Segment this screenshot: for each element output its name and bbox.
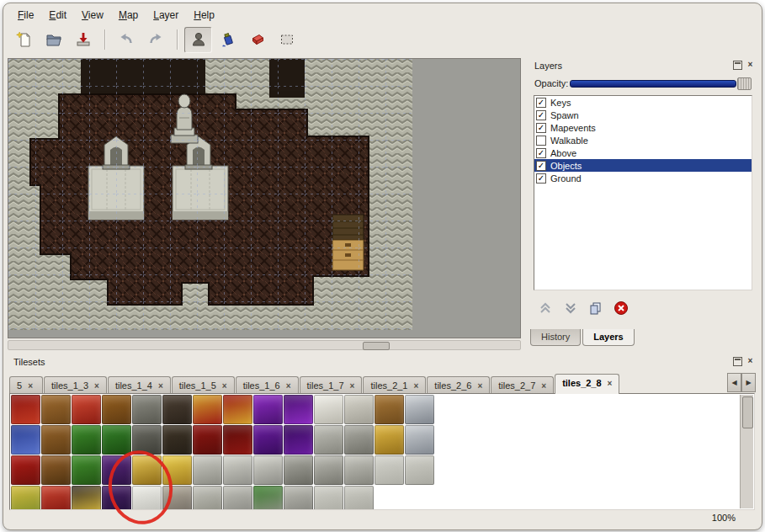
tile-floor-tile[interactable]	[314, 486, 343, 510]
layer-row-ground[interactable]: ✓Ground	[534, 172, 752, 184]
tile-banner-gold[interactable]	[11, 486, 40, 510]
tile-banner-crest[interactable]	[11, 455, 40, 485]
tile-floor-tile[interactable]	[375, 455, 404, 485]
menu-edit[interactable]: Edit	[41, 8, 74, 23]
tile-cabinet-dark[interactable]	[162, 395, 192, 424]
tile-statue-base[interactable]	[223, 486, 252, 510]
layer-row-spawn[interactable]: ✓Spawn	[534, 109, 752, 121]
tile-throne-red-base[interactable]	[193, 425, 222, 455]
tile-door-purple[interactable]	[102, 455, 131, 485]
tab-close-icon[interactable]: ×	[222, 381, 227, 391]
duplicate-layer-button[interactable]	[587, 300, 604, 317]
tileset-tab-tiles_2_7[interactable]: tiles_2_7×	[491, 376, 554, 394]
tile-statue-angel[interactable]	[223, 455, 252, 485]
tile-bench-wood[interactable]	[375, 395, 404, 424]
opacity-slider[interactable]	[570, 77, 752, 89]
tile-barrel-books[interactable]	[41, 455, 71, 485]
tileset-tab-tiles_1_5[interactable]: tiles_1_5×	[172, 376, 235, 394]
tile-gold-pile[interactable]	[162, 455, 192, 485]
tile-frame-small[interactable]	[344, 395, 374, 424]
tile-plant-pot[interactable]	[72, 455, 101, 485]
tile-pot-red[interactable]	[72, 395, 101, 424]
tile-shelf-wood[interactable]	[102, 395, 131, 424]
tab-close-icon[interactable]: ×	[541, 381, 546, 391]
tile-plant[interactable]	[72, 425, 101, 455]
tileset-tab-tiles_2_1[interactable]: tiles_2_1×	[363, 376, 426, 394]
tileset-content[interactable]	[9, 393, 755, 510]
move-layer-down-button[interactable]	[562, 300, 579, 317]
fill-tool-button[interactable]	[214, 27, 242, 53]
tileset-vertical-scrollbar[interactable]	[740, 395, 753, 508]
tileset-tab-tiles_1_7[interactable]: tiles_1_7×	[300, 376, 363, 394]
tab-close-icon[interactable]: ×	[477, 381, 482, 391]
tile-door-stone[interactable]	[132, 395, 162, 424]
layer-row-above[interactable]: ✓Above	[534, 146, 752, 159]
map-viewport[interactable]	[8, 58, 521, 338]
tile-tombstone[interactable]	[314, 455, 343, 485]
select-tool-button[interactable]	[273, 27, 300, 53]
move-layer-up-button[interactable]	[537, 300, 554, 317]
tileset-tab-tiles_1_6[interactable]: tiles_1_6×	[236, 376, 299, 394]
tileset-tab-tiles_2_8[interactable]: tiles_2_8×	[555, 374, 619, 394]
tab-close-icon[interactable]: ×	[608, 379, 613, 388]
tile-rock-pile[interactable]	[162, 486, 192, 510]
map-horizontal-scrollbar[interactable]	[8, 340, 521, 350]
tileset-tab-tiles_2_6[interactable]: tiles_2_6×	[427, 376, 490, 394]
tile-scepter-gold[interactable]	[72, 486, 101, 510]
layer-row-objects[interactable]: ✓Objects	[534, 159, 752, 172]
layer-visibility-checkbox[interactable]: ✓	[536, 123, 546, 133]
tile-banner-blue[interactable]	[11, 425, 40, 455]
tab-close-icon[interactable]: ×	[414, 381, 419, 391]
layer-row-walkable[interactable]: Walkable	[534, 134, 752, 146]
float-panel-icon[interactable]	[733, 357, 742, 366]
tile-gold-chain[interactable]	[132, 455, 162, 485]
tile-pillar-base[interactable]	[284, 486, 313, 510]
tile-urn-plant[interactable]	[253, 486, 283, 510]
layer-visibility-checkbox[interactable]: ✓	[536, 173, 546, 184]
tile-pillar-top[interactable]	[344, 455, 374, 485]
tileset-tab-tiles_1_3[interactable]: tiles_1_3×	[44, 376, 107, 394]
scrollbar-thumb[interactable]	[363, 342, 390, 350]
tile-throne-purple-base[interactable]	[284, 425, 313, 455]
tile-throne-red-top[interactable]	[193, 395, 222, 424]
tab-history[interactable]: History	[530, 329, 581, 346]
tile-statue-praying[interactable]	[193, 455, 222, 485]
close-panel-icon[interactable]: ×	[746, 61, 755, 70]
tileset-tab-5[interactable]: 5×	[9, 376, 43, 394]
tile-armor-silver[interactable]	[405, 425, 434, 455]
layer-row-keys[interactable]: ✓Keys	[534, 96, 752, 109]
save-button[interactable]	[69, 27, 97, 53]
layer-visibility-checkbox[interactable]: ✓	[536, 98, 546, 108]
tile-door-purple-base[interactable]	[102, 486, 131, 510]
tile-statue-angel[interactable]	[253, 455, 283, 485]
opacity-slider-handle[interactable]	[737, 77, 752, 90]
tile-gargoyle[interactable]	[284, 455, 313, 485]
open-button[interactable]	[40, 27, 67, 53]
scrollbar-thumb[interactable]	[742, 396, 753, 428]
tile-floor-tile[interactable]	[344, 486, 374, 510]
tab-close-icon[interactable]: ×	[158, 381, 163, 391]
tile-armor-silver[interactable]	[405, 395, 434, 424]
tab-close-icon[interactable]: ×	[94, 381, 99, 391]
tile-throne-red-top[interactable]	[223, 395, 252, 424]
tile-pot-red[interactable]	[41, 486, 71, 510]
tile-chest-gray[interactable]	[344, 425, 374, 455]
redo-button[interactable]	[141, 27, 169, 53]
tile-armor-gold[interactable]	[375, 425, 404, 455]
tab-close-icon[interactable]: ×	[286, 381, 291, 391]
tile-throne-red-base[interactable]	[223, 425, 252, 455]
tile-door-stone-dark[interactable]	[132, 425, 162, 455]
map-canvas[interactable]	[8, 59, 412, 330]
tab-close-icon[interactable]: ×	[350, 381, 355, 391]
tile-urn-gray[interactable]	[314, 425, 343, 455]
menu-layer[interactable]: Layer	[146, 8, 186, 23]
layer-visibility-checkbox[interactable]: ✓	[536, 110, 546, 120]
scroll-tabs-left-button[interactable]: ◀	[727, 373, 741, 392]
tile-throne-purple-top[interactable]	[284, 395, 313, 424]
tile-floor-tile[interactable]	[405, 455, 434, 485]
tile-cabinet-dark[interactable]	[162, 425, 192, 455]
tile-throne-purple-top[interactable]	[253, 395, 283, 424]
menu-map[interactable]: Map	[111, 8, 146, 23]
layer-list[interactable]: ✓Keys✓Spawn✓MapeventsWalkable✓Above✓Obje…	[534, 95, 752, 290]
tile-banner-red[interactable]	[11, 395, 40, 424]
